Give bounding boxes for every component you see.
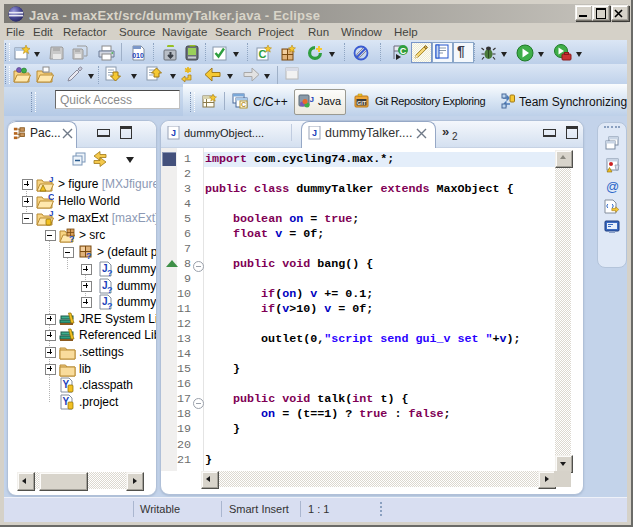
svg-text:C: C bbox=[400, 46, 407, 56]
svg-text:C: C bbox=[259, 48, 267, 60]
svg-text:?: ? bbox=[86, 251, 92, 260]
svg-text:J: J bbox=[171, 128, 176, 138]
svg-text:@: @ bbox=[606, 179, 619, 194]
svg-text:?: ? bbox=[107, 301, 113, 310]
svg-text:J: J bbox=[312, 128, 317, 138]
svg-text:C: C bbox=[241, 101, 246, 108]
svg-text:?: ? bbox=[69, 234, 75, 243]
svg-text:?: ? bbox=[107, 285, 113, 294]
svg-text:?: ? bbox=[107, 268, 113, 277]
svg-text:J: J bbox=[49, 210, 53, 218]
svg-text:010: 010 bbox=[132, 52, 144, 59]
svg-text:J: J bbox=[49, 176, 53, 184]
svg-text:J: J bbox=[310, 95, 314, 104]
svg-text:GIT: GIT bbox=[357, 100, 367, 106]
svg-text:C: C bbox=[48, 193, 54, 202]
